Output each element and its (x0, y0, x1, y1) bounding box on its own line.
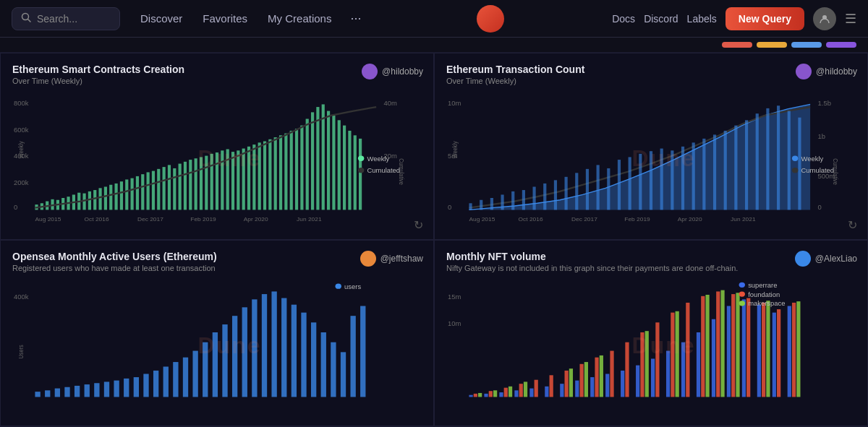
svg-rect-47 (189, 160, 192, 210)
hamburger-icon[interactable]: ☰ (845, 11, 856, 27)
svg-rect-228 (676, 311, 679, 397)
svg-rect-113 (607, 168, 610, 210)
svg-rect-102 (490, 198, 493, 210)
pill-2 (757, 42, 787, 48)
svg-rect-152 (173, 362, 178, 397)
svg-rect-145 (104, 381, 109, 397)
svg-rect-28 (88, 191, 91, 210)
card-nft-author: @AlexLiao (795, 251, 857, 267)
svg-rect-122 (702, 139, 705, 210)
svg-rect-70 (311, 112, 314, 210)
header: Search... Discover Favorites My Creation… (0, 0, 868, 38)
svg-rect-197 (788, 306, 791, 397)
new-query-button[interactable]: New Query (726, 7, 804, 30)
svg-rect-56 (237, 150, 239, 210)
svg-rect-198 (474, 393, 477, 397)
svg-rect-223 (524, 381, 527, 397)
svg-rect-221 (493, 390, 497, 397)
svg-rect-124 (724, 131, 727, 210)
svg-point-134 (792, 168, 798, 173)
svg-rect-213 (701, 296, 705, 397)
svg-rect-170 (350, 316, 355, 397)
svg-text:200k: 200k (14, 179, 29, 186)
svg-rect-196 (773, 312, 776, 397)
svg-rect-51 (210, 154, 213, 210)
card-eth-contracts-title: Ethereum Smart Contracts Creation (12, 64, 422, 75)
refresh-icon-1[interactable]: ↻ (414, 218, 423, 232)
svg-rect-224 (569, 368, 573, 397)
svg-rect-119 (671, 150, 673, 210)
svg-rect-164 (292, 304, 297, 397)
svg-rect-168 (331, 342, 336, 397)
svg-rect-48 (195, 158, 197, 210)
svg-rect-67 (295, 129, 298, 210)
svg-rect-162 (271, 291, 276, 397)
svg-rect-142 (75, 385, 80, 397)
svg-text:0: 0 (14, 204, 17, 211)
svg-rect-166 (311, 322, 316, 397)
svg-rect-222 (509, 386, 512, 397)
svg-rect-157 (222, 324, 227, 397)
author-avatar-2 (796, 64, 812, 79)
card-eth-contracts: Ethereum Smart Contracts Creation Over T… (0, 53, 434, 240)
nav-more[interactable]: ··· (343, 7, 368, 30)
dashboard-grid: Ethereum Smart Contracts Creation Over T… (0, 53, 868, 426)
svg-rect-201 (519, 384, 523, 397)
svg-text:Oct 2016: Oct 2016 (519, 216, 544, 222)
svg-rect-63 (274, 137, 277, 210)
refresh-icon-2[interactable]: ↻ (848, 218, 857, 232)
svg-point-132 (792, 156, 798, 161)
svg-rect-163 (281, 298, 286, 397)
nav-my-creations[interactable]: My Creations (259, 8, 340, 29)
svg-rect-192 (712, 319, 715, 397)
svg-text:Weekly: Weekly (17, 141, 25, 158)
svg-rect-130 (788, 111, 791, 210)
svg-rect-143 (85, 384, 90, 397)
search-box[interactable]: Search... (12, 7, 120, 30)
card-eth-contracts-author: @hildobby (362, 64, 423, 79)
svg-rect-151 (163, 366, 169, 397)
avatar[interactable] (813, 7, 836, 30)
discord-link[interactable]: Discord (644, 13, 678, 25)
svg-rect-38 (141, 174, 144, 210)
svg-rect-167 (321, 332, 326, 397)
author-avatar-1 (362, 64, 378, 79)
pill-4 (826, 42, 856, 48)
svg-rect-161 (262, 294, 267, 397)
chart-eth-tx: Dune 10m 5m 0 1.5b 1b 500m 0 Aug 2015 Oc… (446, 92, 856, 225)
docs-link[interactable]: Docs (612, 13, 635, 25)
svg-rect-183 (575, 380, 579, 397)
card-eth-tx-title: Ethereum Transaction Count (446, 64, 856, 75)
svg-text:1.5b: 1.5b (818, 100, 831, 107)
labels-link[interactable]: Labels (687, 13, 717, 25)
svg-rect-202 (535, 379, 538, 397)
svg-rect-52 (216, 152, 218, 210)
svg-rect-220 (478, 392, 482, 396)
svg-rect-148 (134, 377, 139, 397)
svg-rect-107 (543, 184, 546, 210)
svg-rect-146 (114, 380, 119, 397)
svg-rect-187 (636, 365, 639, 397)
svg-rect-159 (242, 307, 247, 397)
color-pills-bar (0, 38, 868, 53)
svg-rect-74 (332, 116, 335, 210)
chart-svg-3: 400k Users (12, 280, 422, 412)
svg-rect-211 (671, 312, 674, 397)
svg-rect-191 (697, 332, 700, 397)
svg-text:400k: 400k (14, 293, 29, 300)
nav-favorites[interactable]: Favorites (194, 8, 256, 29)
svg-rect-42 (163, 167, 166, 210)
pill-3 (791, 42, 822, 48)
svg-text:Users: Users (17, 345, 25, 358)
svg-rect-106 (532, 186, 535, 210)
svg-text:Oct 2016: Oct 2016 (85, 216, 110, 222)
nav-discover[interactable]: Discover (132, 8, 191, 29)
svg-rect-105 (522, 190, 525, 210)
svg-rect-204 (565, 370, 569, 397)
svg-line-1 (28, 19, 31, 22)
chart-svg-2: 10m 5m 0 1.5b 1b 500m 0 Aug 2015 Oct 201… (446, 92, 856, 225)
svg-text:users: users (344, 283, 362, 290)
svg-text:10m: 10m (448, 320, 461, 327)
svg-text:40m: 40m (384, 100, 397, 107)
svg-rect-180 (529, 388, 533, 397)
